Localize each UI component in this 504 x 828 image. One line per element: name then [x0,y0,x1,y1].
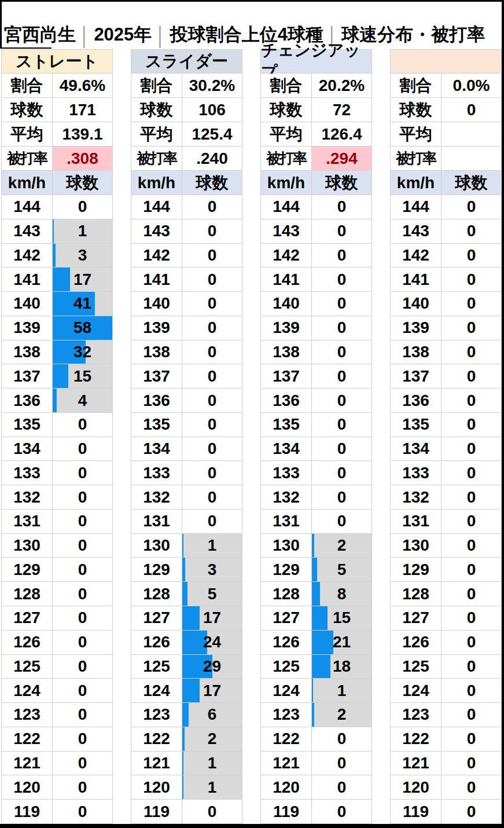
velocity-row: 12417 [131,679,242,703]
velocity-row: 1370 [131,364,242,389]
count-value: 0 [337,270,347,289]
kmh-cell: 128 [2,582,53,606]
kmh-cell: 124 [261,679,312,703]
count-cell: 0 [442,582,502,606]
kmh-cell: 121 [261,752,312,776]
count-cell: 0 [53,752,113,776]
count-value: 0 [467,318,476,337]
count-cell: 0 [312,775,372,800]
count-cell: 0 [442,316,502,340]
stat-row-batting-average: 被打率 [391,146,502,171]
velocity-row: 1236 [131,703,242,727]
kmh-cell: 143 [391,219,442,244]
count-bar [182,534,183,558]
kmh-cell: 130 [131,534,182,558]
kmh-cell: 131 [2,510,53,534]
stat-row-ratio: 割合49.6% [2,74,113,98]
count-value: 0 [208,464,217,482]
count-value: 0 [208,318,217,337]
kmh-cell: 123 [391,703,442,727]
count-value: 1 [208,778,217,797]
count-cell: 17 [182,679,242,703]
velocity-row: 1210 [2,752,113,776]
count-value: 0 [208,391,217,410]
count-cell: 0 [53,582,113,606]
stat-label-batting-average: 被打率 [131,146,182,171]
velocity-row: 1241 [261,679,372,703]
velocity-row: 12518 [261,655,372,679]
stat-row-ratio: 割合0.0% [391,74,502,98]
stat-row-average: 平均139.1 [2,122,113,146]
count-value: 5 [337,560,347,579]
velocity-row: 1423 [2,244,113,268]
stat-label-batting-average: 被打率 [391,146,442,171]
count-cell: 0 [442,631,502,655]
pitch-column-2: スライダー割合30.2%球数106平均125.4被打率.240km/h球数144… [131,49,242,824]
stat-value-count: 0 [442,98,502,122]
stat-value-count: 106 [182,98,242,122]
kmh-cell: 119 [261,800,312,824]
kmh-cell: 144 [261,195,312,219]
kmh-cell: 144 [391,195,442,219]
count-cell: 0 [182,316,242,340]
count-value: 0 [208,270,217,289]
count-cell: 0 [442,510,502,534]
kmh-cell: 134 [131,437,182,461]
kmh-cell: 143 [131,219,182,244]
count-cell: 24 [182,631,242,655]
count-cell: 0 [312,461,372,485]
count-cell: 0 [182,195,242,219]
count-value: 15 [73,367,91,386]
kmh-header-cell: km/h [261,171,312,195]
velocity-row: 1250 [2,655,113,679]
count-cell: 0 [442,389,502,413]
count-value: 3 [78,246,87,265]
count-value: 17 [73,270,91,289]
count-cell: 1 [182,534,242,558]
velocity-row: 1293 [131,558,242,582]
count-bar [182,679,200,702]
count-value: 1 [208,754,217,772]
kmh-cell: 136 [391,389,442,413]
count-value: 29 [203,657,221,676]
count-cell: 21 [312,631,372,655]
velocity-row: 1301 [131,534,242,558]
count-cell: 58 [53,316,113,340]
count-cell: 0 [312,268,372,292]
kmh-cell: 141 [131,268,182,292]
count-value: 0 [467,585,476,603]
stat-value-average: 139.1 [53,122,113,146]
count-value: 0 [467,730,476,748]
kmh-cell: 124 [2,679,53,703]
count-value: 32 [73,343,91,361]
count-value: 0 [78,754,87,772]
count-bar [312,703,314,727]
velocity-row: 1300 [391,534,502,558]
kmh-cell: 124 [391,679,442,703]
pitch-column-4: 割合0.0%球数0平均被打率km/h球数14401430142014101400… [390,49,502,824]
velocity-row: 12717 [131,606,242,631]
count-cell: 0 [53,655,113,679]
count-value: 0 [467,270,476,289]
kmh-cell: 142 [131,244,182,268]
kmh-cell: 127 [261,606,312,631]
kmh-cell: 125 [131,655,182,679]
velocity-row: 1350 [2,413,113,437]
count-cell: 0 [442,606,502,631]
kmh-cell: 142 [391,244,442,268]
kmh-cell: 140 [261,292,312,316]
count-cell: 0 [53,195,113,219]
count-cell: 3 [182,558,242,582]
kmh-cell: 121 [131,752,182,776]
kmh-cell: 138 [2,340,53,365]
count-bar [182,703,189,727]
velocity-row: 12529 [131,655,242,679]
pitch-name-header [391,50,502,74]
count-value: 24 [203,633,221,651]
count-value: 0 [78,197,87,216]
count-cell: 0 [182,268,242,292]
count-cell: 0 [53,631,113,655]
velocity-row: 1320 [261,485,372,510]
kmh-cell: 135 [261,413,312,437]
count-value: 0 [467,657,476,676]
